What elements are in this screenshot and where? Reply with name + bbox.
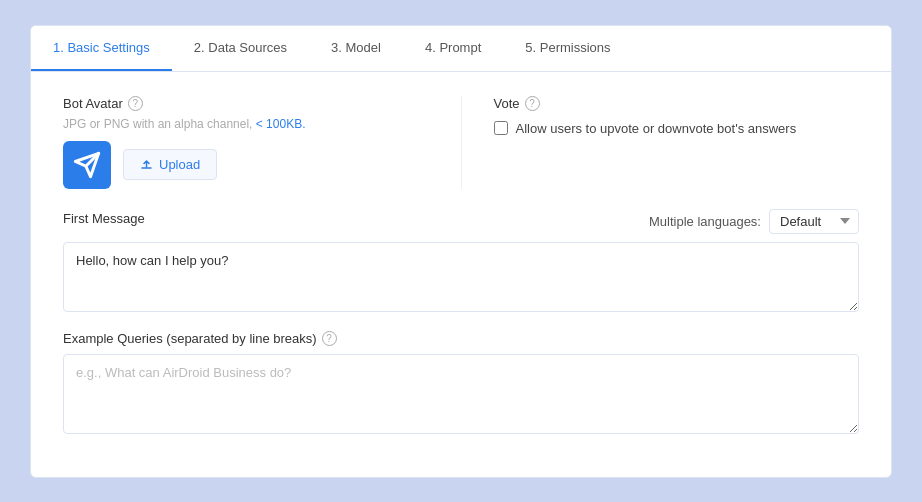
- tab-model[interactable]: 3. Model: [309, 26, 403, 71]
- tab-basic-settings[interactable]: 1. Basic Settings: [31, 26, 172, 71]
- tab-permissions[interactable]: 5. Permissions: [503, 26, 632, 71]
- tab-data-sources[interactable]: 2. Data Sources: [172, 26, 309, 71]
- tab-prompt[interactable]: 4. Prompt: [403, 26, 503, 71]
- example-queries-help-icon[interactable]: ?: [322, 331, 337, 346]
- vote-label: Vote ?: [494, 96, 860, 111]
- outer-wrapper: 1. Basic Settings 2. Data Sources 3. Mod…: [0, 0, 922, 502]
- upload-icon: [140, 158, 153, 171]
- multiple-languages-label: Multiple languages:: [649, 214, 761, 229]
- vote-checkbox[interactable]: [494, 121, 508, 135]
- vote-checkbox-row: Allow users to upvote or downvote bot's …: [494, 121, 860, 136]
- language-row: Multiple languages: Default English Chin…: [649, 209, 859, 234]
- bot-avatar-section: Bot Avatar ? JPG or PNG with an alpha ch…: [63, 96, 429, 189]
- avatar-preview: [63, 141, 111, 189]
- vote-section: Vote ? Allow users to upvote or downvote…: [461, 96, 860, 189]
- first-message-section: First Message Multiple languages: Defaul…: [63, 209, 859, 315]
- main-card: 1. Basic Settings 2. Data Sources 3. Mod…: [30, 25, 892, 478]
- example-queries-label: Example Queries (separated by line break…: [63, 331, 859, 346]
- first-message-input[interactable]: Hello, how can I help you?: [63, 242, 859, 312]
- first-message-label: First Message: [63, 211, 145, 226]
- tabs-bar: 1. Basic Settings 2. Data Sources 3. Mod…: [31, 26, 891, 72]
- upload-button[interactable]: Upload: [123, 149, 217, 180]
- avatar-icon: [73, 151, 101, 179]
- vote-help-icon[interactable]: ?: [525, 96, 540, 111]
- top-row: Bot Avatar ? JPG or PNG with an alpha ch…: [63, 96, 859, 189]
- bot-avatar-label: Bot Avatar ?: [63, 96, 429, 111]
- example-queries-section: Example Queries (separated by line break…: [63, 331, 859, 437]
- vote-checkbox-label: Allow users to upvote or downvote bot's …: [516, 121, 797, 136]
- avatar-row: Upload: [63, 141, 429, 189]
- example-queries-input[interactable]: [63, 354, 859, 434]
- content-area: Bot Avatar ? JPG or PNG with an alpha ch…: [31, 72, 891, 477]
- language-select[interactable]: Default English Chinese Spanish: [769, 209, 859, 234]
- first-message-header-row: First Message Multiple languages: Defaul…: [63, 209, 859, 234]
- bot-avatar-help-icon[interactable]: ?: [128, 96, 143, 111]
- upload-hint: JPG or PNG with an alpha channel, < 100K…: [63, 117, 429, 131]
